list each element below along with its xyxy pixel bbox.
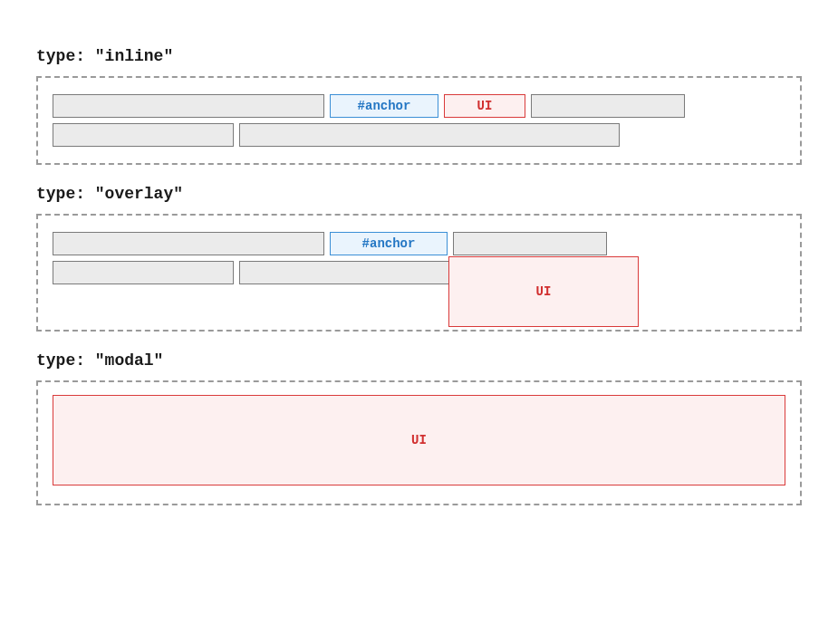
ui-element-modal: UI bbox=[53, 395, 785, 485]
placeholder-box bbox=[239, 123, 620, 147]
modal-container: UI bbox=[36, 380, 802, 505]
placeholder-box bbox=[53, 232, 324, 255]
ui-element-overlay: UI bbox=[448, 256, 639, 327]
placeholder-box bbox=[531, 94, 685, 118]
inline-type-label: type: "inline" bbox=[36, 47, 802, 65]
overlay-flow: #anchor bbox=[53, 232, 785, 284]
placeholder-box bbox=[53, 123, 234, 147]
placeholder-box bbox=[53, 261, 234, 284]
anchor-element: #anchor bbox=[330, 94, 438, 118]
inline-flow: #anchor UI bbox=[53, 94, 785, 147]
overlay-container: #anchor UI bbox=[36, 214, 802, 332]
modal-type-label: type: "modal" bbox=[36, 351, 802, 370]
placeholder-box bbox=[53, 94, 324, 118]
placeholder-box bbox=[453, 232, 607, 255]
inline-container: #anchor UI bbox=[36, 76, 802, 165]
overlay-type-label: type: "overlay" bbox=[36, 185, 802, 203]
anchor-element: #anchor bbox=[330, 232, 448, 255]
overlay-relative-wrap: #anchor UI bbox=[53, 232, 785, 284]
ui-element-inline: UI bbox=[444, 94, 525, 118]
